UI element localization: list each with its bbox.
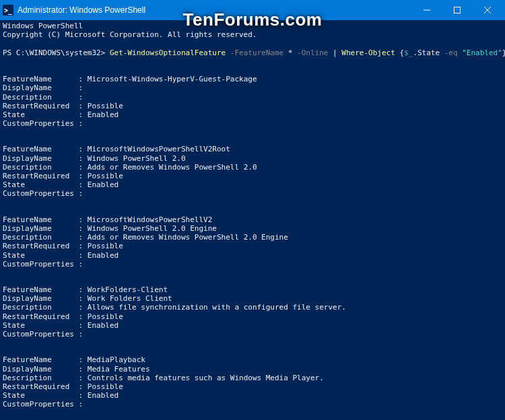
field-label: State : (3, 251, 88, 260)
output-row: State : Enabled (3, 180, 502, 189)
output-row: RestartRequired : Possible (3, 172, 502, 180)
cmdlet-name: Where-Object (341, 48, 395, 57)
brace: } (502, 48, 505, 57)
field-label: DisplayName : (3, 224, 88, 233)
string-literal: "Enabled" (462, 48, 502, 57)
prompt-path: PS C:\WINDOWS\system32> (3, 48, 110, 57)
output-row: Description : Adds or Removes Windows Po… (3, 163, 502, 172)
field-value: Enabled (88, 180, 119, 189)
output-row: FeatureName : MicrosoftWindowsPowerShell… (3, 215, 502, 224)
field-label: DisplayName : (3, 294, 88, 303)
close-icon (484, 7, 491, 13)
field-label: CustomProperties : (3, 260, 88, 269)
header-line: Copyright (C) Microsoft Corporation. All… (3, 30, 502, 39)
field-label: Description : (3, 163, 88, 172)
prompt-line: PS C:\WINDOWS\system32> Get-WindowsOptio… (3, 48, 502, 57)
output-row: CustomProperties : (3, 330, 502, 339)
field-value: Possible (88, 382, 123, 391)
feature-block: FeatureName : Microsoft-Windows-HyperV-G… (3, 75, 502, 128)
brace: { (395, 48, 404, 57)
field-label: RestartRequired : (3, 312, 88, 321)
field-value: Possible (88, 242, 123, 250)
field-label: Description : (3, 303, 88, 312)
field-label: CustomProperties : (3, 119, 88, 128)
operator: -eq (444, 48, 463, 57)
field-value: Windows PowerShell 2.0 (88, 154, 186, 163)
output-row: DisplayName : Work Folders Client (3, 294, 502, 303)
output-row: State : Enabled (3, 391, 502, 400)
minimize-icon (424, 7, 430, 13)
field-label: Description : (3, 93, 88, 102)
header-text: Windows PowerShell (3, 22, 83, 30)
field-label: RestartRequired : (3, 382, 88, 391)
output-row: CustomProperties : (3, 400, 502, 409)
field-value: Windows PowerShell 2.0 Engine (88, 224, 217, 233)
field-value: Adds or Removes Windows PowerShell 2.0 (88, 163, 257, 172)
output-row: FeatureName : WorkFolders-Client (3, 285, 502, 294)
minimize-button[interactable] (411, 0, 442, 20)
output-row: CustomProperties : (3, 119, 502, 128)
variable: $_ (404, 48, 413, 57)
svg-rect-1 (454, 7, 460, 13)
header-line: Windows PowerShell (3, 22, 502, 30)
field-value: Work Folders Client (88, 294, 172, 303)
output-row: RestartRequired : Possible (3, 102, 502, 110)
field-value: Media Features (88, 365, 150, 374)
field-label: Description : (3, 374, 88, 382)
property: .State (413, 48, 444, 57)
output-row: CustomProperties : (3, 189, 502, 198)
field-label: State : (3, 110, 88, 119)
field-label: FeatureName : (3, 145, 88, 153)
output-row: RestartRequired : Possible (3, 312, 502, 321)
pipe: | (328, 48, 341, 57)
output-row: Description : Allows file synchronizatio… (3, 303, 502, 312)
field-label: Description : (3, 233, 88, 242)
field-value: WorkFolders-Client (88, 285, 168, 294)
field-value: Possible (88, 102, 123, 110)
field-value: Enabled (88, 391, 119, 400)
param-name: -Online (292, 48, 328, 57)
cmdlet-name: Get-WindowsOptionalFeature (110, 48, 226, 57)
close-button[interactable] (472, 0, 502, 20)
field-value: Enabled (88, 251, 119, 260)
maximize-button[interactable] (442, 0, 472, 20)
powershell-icon: >_ (3, 5, 13, 15)
feature-block: FeatureName : MediaPlaybackDisplayName :… (3, 355, 502, 409)
output-row: Description : (3, 93, 502, 102)
field-label: RestartRequired : (3, 242, 88, 250)
field-value: Enabled (88, 321, 119, 330)
copyright-text: Copyright (C) Microsoft Corporation. All… (3, 30, 257, 39)
field-label: State : (3, 180, 88, 189)
output-row: DisplayName : Windows PowerShell 2.0 (3, 154, 502, 163)
window-controls (411, 0, 502, 20)
field-label: RestartRequired : (3, 172, 88, 180)
field-label: DisplayName : (3, 365, 88, 374)
field-label: FeatureName : (3, 75, 88, 83)
field-label: FeatureName : (3, 215, 88, 224)
param-name: -FeatureName (226, 48, 288, 57)
field-label: CustomProperties : (3, 400, 88, 409)
window-title: Administrator: Windows PowerShell (18, 5, 411, 15)
field-label: RestartRequired : (3, 102, 88, 110)
field-label: DisplayName : (3, 83, 88, 92)
field-label: State : (3, 391, 88, 400)
output-row: FeatureName : MediaPlayback (3, 355, 502, 364)
field-value: Microsoft-Windows-HyperV-Guest-Package (88, 75, 257, 83)
console-output[interactable]: Windows PowerShellCopyright (C) Microsof… (0, 20, 505, 420)
field-value: Enabled (88, 110, 119, 119)
maximize-icon (454, 7, 461, 13)
output-row: DisplayName : (3, 83, 502, 92)
output-row: State : Enabled (3, 110, 502, 119)
field-value: Possible (88, 312, 123, 321)
output-row: State : Enabled (3, 251, 502, 260)
field-value: MicrosoftWindowsPowerShellV2 (88, 215, 212, 224)
output-row: Description : Adds or Removes Windows Po… (3, 233, 502, 242)
feature-block: FeatureName : MicrosoftWindowsPowerShell… (3, 215, 502, 269)
output-row: RestartRequired : Possible (3, 382, 502, 391)
output-row: Description : Controls media features su… (3, 374, 502, 382)
field-label: State : (3, 321, 88, 330)
field-label: FeatureName : (3, 285, 88, 294)
field-value: Allows file synchronization with a confi… (88, 303, 346, 312)
window-titlebar[interactable]: >_ Administrator: Windows PowerShell (0, 0, 505, 20)
field-label: CustomProperties : (3, 189, 88, 198)
